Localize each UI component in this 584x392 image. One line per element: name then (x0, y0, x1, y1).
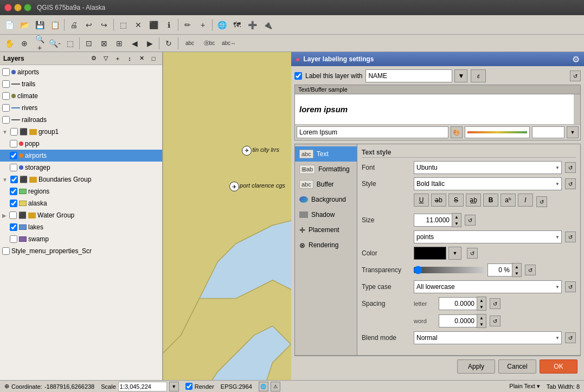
layers-settings-button[interactable]: ⚙ (88, 54, 99, 63)
layer-checkbox[interactable] (2, 247, 10, 255)
zoom-selected-button[interactable]: ⊞ (112, 36, 126, 50)
letter-reset-button[interactable]: ↺ (490, 298, 500, 309)
layer-checkbox[interactable] (10, 128, 18, 136)
layers-filter-button[interactable]: ▽ (100, 54, 111, 63)
add-feature-button[interactable]: + (196, 18, 210, 32)
sidebar-item-rendering[interactable]: ⊗ Rendering (295, 237, 357, 253)
scale-dropdown-button[interactable]: ▼ (169, 382, 179, 391)
plugin-button[interactable]: 🔌 (260, 18, 274, 32)
style-select[interactable]: Bold Italic (414, 177, 562, 190)
format-reset-button[interactable]: ↺ (536, 196, 547, 207)
layer-item-railroads[interactable]: railroads (0, 114, 162, 126)
layers-close-button[interactable]: □ (148, 54, 159, 63)
type-case-select[interactable]: All lowercase Normal All uppercase Small… (414, 280, 562, 293)
zoom-in-button[interactable]: 🔍+ (33, 36, 47, 50)
scale-input[interactable] (118, 382, 167, 391)
layer-checkbox[interactable] (9, 211, 17, 219)
add-layer-button[interactable]: ➕ (245, 18, 259, 32)
save-as-button[interactable]: 📋 (48, 18, 62, 32)
layer-item-popp[interactable]: popp (0, 138, 162, 150)
pan-button[interactable]: ✋ (2, 36, 16, 50)
transparency-slider[interactable] (414, 267, 484, 273)
layer-checkbox[interactable] (10, 164, 17, 171)
strikethrough-button[interactable]: a̶b (431, 194, 446, 207)
font-reset-button[interactable]: ↺ (565, 162, 576, 173)
word-up-button[interactable]: ▲ (477, 314, 486, 321)
crs-warning-button[interactable]: ⚠ (271, 382, 280, 391)
minimize-window-button[interactable] (14, 4, 22, 11)
underline-button[interactable]: U (414, 194, 429, 207)
wms-button[interactable]: 🗺 (230, 18, 244, 32)
underline2-button[interactable]: a͟b (466, 194, 481, 207)
layer-item[interactable]: trails (0, 78, 162, 90)
word-down-button[interactable]: ▼ (477, 321, 486, 327)
abc-move-btn[interactable]: abc↔ (220, 36, 238, 50)
sample-value-input[interactable] (532, 126, 564, 138)
letter-input[interactable] (439, 297, 477, 310)
open-project-button[interactable]: 📂 (17, 18, 31, 32)
transparency-input[interactable] (487, 264, 512, 277)
layer-item-alaska[interactable]: alaska (0, 197, 162, 209)
sample-scrollbar[interactable] (574, 94, 580, 124)
transparency-down-button[interactable]: ▼ (512, 270, 521, 277)
size-up-button[interactable]: ▲ (452, 214, 461, 220)
label-layer-checkbox[interactable] (294, 72, 302, 80)
color-dropdown-button[interactable]: ▼ (448, 247, 461, 260)
word-reset-button[interactable]: ↺ (490, 316, 500, 326)
font-select[interactable]: Ubuntu (414, 161, 562, 174)
layer-checkbox[interactable] (2, 68, 10, 76)
layer-item-lakes[interactable]: lakes (0, 221, 162, 233)
zoom-layer-button[interactable]: ⊠ (97, 36, 111, 50)
layer-checkbox[interactable] (10, 235, 17, 243)
layer-item[interactable]: airports (0, 66, 162, 78)
digitize-button[interactable]: ✏ (181, 18, 195, 32)
size-input[interactable] (414, 214, 452, 227)
ok-button[interactable]: OK (540, 359, 577, 374)
pan-map-button[interactable]: ⊕ (17, 36, 31, 50)
blend-mode-select[interactable]: Normal (414, 331, 562, 344)
sample-color-button[interactable]: 🎨 (451, 126, 463, 138)
style-reset-button[interactable]: ↺ (565, 178, 576, 189)
layers-add-group-button[interactable]: + (112, 54, 123, 63)
select-button[interactable]: ⬚ (116, 18, 130, 32)
sidebar-item-buffer[interactable]: abc Buffer (295, 177, 357, 192)
sidebar-item-placement[interactable]: ✛ Placement (295, 222, 357, 237)
layer-item[interactable]: climate (0, 90, 162, 102)
render-checkbox[interactable] (185, 383, 192, 390)
layer-checkbox[interactable] (10, 223, 17, 231)
layer-item-boundaries-group[interactable]: ▼ ⬛ Boundaries Group (0, 173, 162, 185)
deselect-button[interactable]: ✕ (131, 18, 145, 32)
plain-text-label[interactable]: Plain Text ▾ (509, 383, 540, 390)
layer-checkbox[interactable] (10, 188, 17, 195)
window-controls[interactable] (4, 4, 31, 11)
select-location-button[interactable]: ⬛ (146, 18, 161, 32)
layer-item-regions[interactable]: regions (0, 185, 162, 197)
expression-button[interactable]: ε (471, 69, 486, 82)
field-name-dropdown[interactable]: ▼ (454, 69, 467, 82)
size-unit-reset-button[interactable]: ↺ (565, 232, 576, 242)
zoom-out-button[interactable]: 🔍- (48, 36, 62, 50)
layer-checkbox[interactable] (10, 152, 17, 159)
identify-button[interactable]: ℹ (162, 18, 176, 32)
undo-button[interactable]: ↩ (82, 18, 96, 32)
dialog-settings-icon[interactable]: ⚙ (572, 54, 580, 65)
layer-checkbox[interactable] (2, 116, 10, 124)
save-project-button[interactable]: 💾 (33, 18, 47, 32)
print-button[interactable]: 🖨 (67, 18, 81, 32)
transparency-up-button[interactable]: ▲ (512, 264, 521, 270)
layer-checkbox[interactable] (2, 80, 10, 88)
maximize-window-button[interactable] (24, 4, 31, 11)
size-down-button[interactable]: ▼ (452, 220, 461, 227)
zoom-prev-button[interactable]: ◀ (127, 36, 142, 50)
globe-button[interactable]: 🌐 (215, 18, 229, 32)
letter-up-button[interactable]: ▲ (477, 297, 486, 304)
layer-checkbox[interactable] (10, 200, 17, 207)
zoom-full-button[interactable]: ⊡ (82, 36, 96, 50)
refresh-button[interactable]: ↻ (162, 36, 176, 50)
redo-button[interactable]: ↪ (97, 18, 111, 32)
layer-item-water-group[interactable]: ▶ ⬛ Water Group (0, 209, 162, 221)
new-project-button[interactable]: 📄 (2, 18, 16, 32)
strikethrough2-button[interactable]: S (448, 194, 464, 207)
field-name-input[interactable] (365, 69, 452, 82)
map-area[interactable]: ✈ tin city lrrs ✈ port clarence cgs ✈ no… (163, 52, 584, 380)
